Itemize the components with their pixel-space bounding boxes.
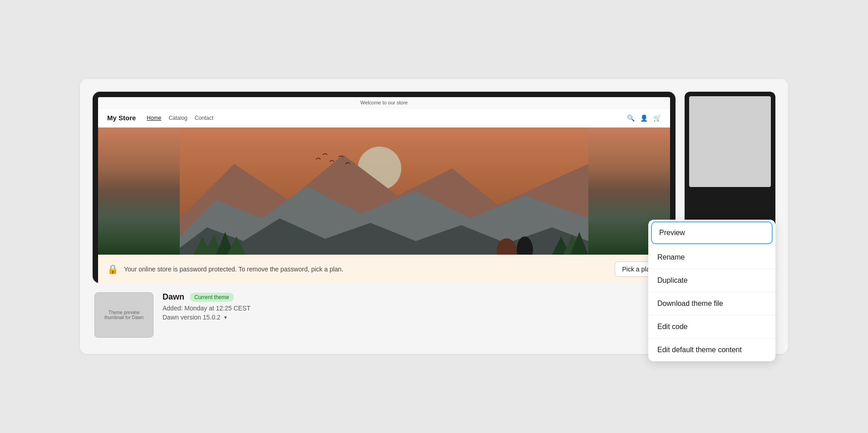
theme-version-text: Dawn version 15.0.2	[163, 314, 221, 321]
password-banner-text: Your online store is password protected.…	[124, 266, 609, 273]
account-icon: 👤	[640, 114, 648, 122]
dropdown-item-edit-content-label: Edit default theme content	[657, 346, 742, 354]
store-banner: Welcome to our store	[98, 97, 670, 108]
nav-link-home: Home	[147, 115, 161, 121]
theme-details: Dawn Current theme Added: Monday at 12:2…	[163, 292, 687, 321]
theme-added: Added: Monday at 12:25 CEST	[163, 305, 687, 312]
password-banner: 🔒 Your online store is password protecte…	[98, 255, 670, 283]
dropdown-item-rename-label: Rename	[657, 253, 685, 261]
dropdown-item-duplicate[interactable]: Duplicate	[648, 269, 775, 292]
store-nav-links: Home Catalog Contact	[147, 115, 213, 121]
store-nav-icons: 🔍 👤 🛒	[627, 114, 661, 122]
dropdown-item-duplicate-label: Duplicate	[657, 276, 688, 284]
dropdown-item-preview[interactable]: Preview	[651, 221, 773, 244]
chevron-down-icon: ▼	[223, 315, 228, 320]
dropdown-item-preview-label: Preview	[659, 229, 685, 236]
laptop-screen: Welcome to our store My Store Home Catal…	[98, 97, 670, 283]
dropdown-item-download[interactable]: Download theme file	[648, 292, 775, 315]
tablet-screen	[689, 96, 771, 187]
dropdown-item-edit-code[interactable]: Edit code	[648, 315, 775, 339]
current-theme-badge: Current theme	[190, 293, 234, 302]
store-nav: My Store Home Catalog Contact 🔍 👤 🛒	[98, 108, 670, 128]
laptop-mockup: Welcome to our store My Store Home Catal…	[93, 92, 676, 283]
theme-thumbnail-text: Theme preview thumbnail for Dawn	[99, 310, 149, 320]
theme-title-row: Dawn Current theme	[163, 292, 687, 302]
main-card: Welcome to our store My Store Home Catal…	[80, 79, 788, 354]
dropdown-item-edit-content[interactable]: Edit default theme content	[648, 339, 775, 361]
nav-link-contact: Contact	[195, 115, 213, 121]
cart-icon: 🛒	[653, 114, 661, 122]
store-hero	[98, 128, 670, 255]
nav-link-catalog: Catalog	[168, 115, 187, 121]
store-banner-text: Welcome to our store	[360, 100, 408, 105]
search-icon: 🔍	[627, 114, 635, 122]
store-logo: My Store	[107, 114, 136, 122]
dropdown-item-download-label: Download theme file	[657, 300, 723, 307]
theme-name: Dawn	[163, 292, 184, 302]
theme-thumbnail: Theme preview thumbnail for Dawn	[94, 292, 153, 338]
lock-icon: 🔒	[107, 264, 118, 275]
theme-version-row[interactable]: Dawn version 15.0.2 ▼	[163, 314, 687, 321]
dropdown-item-rename[interactable]: Rename	[648, 246, 775, 269]
hero-svg	[98, 128, 670, 255]
dropdown-menu: Preview Rename Duplicate Download theme …	[648, 220, 775, 361]
dropdown-item-edit-code-label: Edit code	[657, 323, 688, 330]
